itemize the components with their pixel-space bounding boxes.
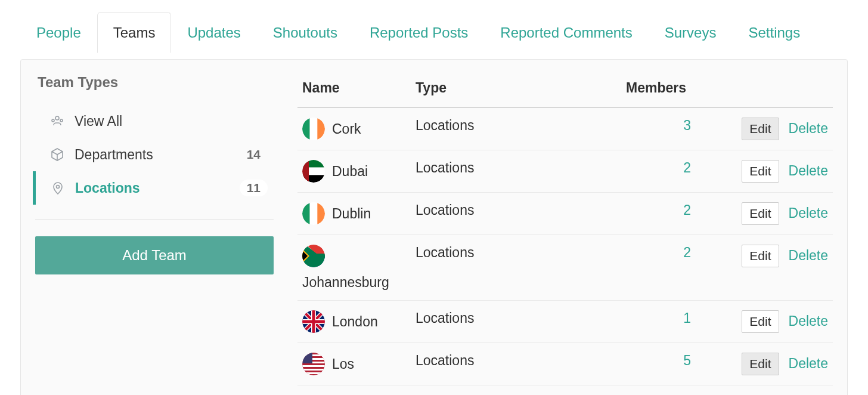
count-badge: 11 <box>240 180 268 196</box>
south-africa-flag-icon <box>302 245 325 267</box>
svg-point-35 <box>60 119 63 122</box>
team-name: Dublin <box>332 206 371 222</box>
sidebar-item-label: Departments <box>75 147 240 163</box>
col-actions <box>696 74 833 107</box>
team-type: Locations <box>411 301 594 343</box>
delete-link[interactable]: Delete <box>789 248 828 263</box>
ireland-flag-icon <box>302 202 325 225</box>
members-count-link[interactable]: 2 <box>683 160 691 175</box>
ireland-flag-icon <box>302 118 325 140</box>
delete-link[interactable]: Delete <box>789 163 828 178</box>
edit-button[interactable]: Edit <box>742 202 779 225</box>
tab-settings[interactable]: Settings <box>732 12 816 53</box>
col-type: Type <box>411 74 594 107</box>
col-members: Members <box>594 74 696 107</box>
members-count-link[interactable]: 1 <box>683 310 691 326</box>
table-row: CorkLocations3EditDelete <box>297 107 833 150</box>
uae-flag-icon <box>302 160 325 183</box>
grid-icon <box>49 114 65 129</box>
teams-table: Name Type Members CorkLocations3EditDele… <box>297 74 833 385</box>
teams-table-wrap: Name Type Members CorkLocations3EditDele… <box>297 74 833 385</box>
usa-flag-icon <box>302 353 325 375</box>
tab-reported-posts[interactable]: Reported Posts <box>354 12 484 53</box>
sidebar: Team Types View All Departments 14 <box>35 74 274 385</box>
table-row: DublinLocations2EditDelete <box>297 193 833 235</box>
svg-point-33 <box>55 116 59 120</box>
table-row: DubaiLocations2EditDelete <box>297 150 833 193</box>
delete-link[interactable]: Delete <box>789 205 828 221</box>
sidebar-item-view-all[interactable]: View All <box>33 105 274 138</box>
tab-people[interactable]: People <box>20 12 97 53</box>
members-count-link[interactable]: 2 <box>683 202 691 218</box>
edit-button[interactable]: Edit <box>742 160 779 183</box>
sidebar-item-departments[interactable]: Departments 14 <box>33 138 274 171</box>
svg-point-34 <box>52 119 54 122</box>
team-name: Johannesburg <box>302 274 406 291</box>
tab-teams[interactable]: Teams <box>97 12 172 53</box>
team-type: Locations <box>411 235 594 301</box>
members-count-link[interactable]: 5 <box>683 353 691 368</box>
team-type: Locations <box>411 107 594 150</box>
tab-updates[interactable]: Updates <box>171 12 256 53</box>
table-row: LosLocations5EditDelete <box>297 343 833 385</box>
delete-link[interactable]: Delete <box>789 356 828 371</box>
team-name: Cork <box>332 121 361 137</box>
team-name: London <box>332 314 378 330</box>
team-type: Locations <box>411 193 594 235</box>
edit-button[interactable]: Edit <box>742 245 779 267</box>
team-name: Los <box>332 356 354 372</box>
sidebar-item-locations[interactable]: Locations 11 <box>33 171 274 205</box>
tab-reported-comments[interactable]: Reported Comments <box>484 12 648 53</box>
col-name: Name <box>297 74 411 107</box>
edit-button[interactable]: Edit <box>742 353 779 375</box>
team-type: Locations <box>411 150 594 193</box>
members-count-link[interactable]: 3 <box>683 118 691 133</box>
cube-icon <box>49 147 65 162</box>
tab-bar: PeopleTeamsUpdatesShoutoutsReported Post… <box>20 12 848 53</box>
tab-surveys[interactable]: Surveys <box>649 12 733 53</box>
add-team-button[interactable]: Add Team <box>35 236 274 274</box>
location-pin-icon <box>50 180 66 196</box>
table-row: JohannesburgLocations2EditDelete <box>297 235 833 301</box>
teams-panel: Team Types View All Departments 14 <box>20 59 848 395</box>
team-type: Locations <box>411 343 594 385</box>
sidebar-item-label: Locations <box>75 180 240 196</box>
table-row: LondonLocations1EditDelete <box>297 301 833 343</box>
uk-flag-icon <box>302 310 325 333</box>
sidebar-item-label: View All <box>75 113 268 129</box>
svg-point-36 <box>57 186 60 189</box>
tab-shoutouts[interactable]: Shoutouts <box>257 12 354 53</box>
delete-link[interactable]: Delete <box>789 313 828 329</box>
count-badge: 14 <box>240 146 268 163</box>
sidebar-title: Team Types <box>35 74 274 91</box>
edit-button[interactable]: Edit <box>742 310 779 333</box>
team-name: Dubai <box>332 163 368 180</box>
edit-button[interactable]: Edit <box>742 118 779 140</box>
members-count-link[interactable]: 2 <box>683 245 691 260</box>
delete-link[interactable]: Delete <box>789 121 828 136</box>
divider <box>35 219 274 220</box>
